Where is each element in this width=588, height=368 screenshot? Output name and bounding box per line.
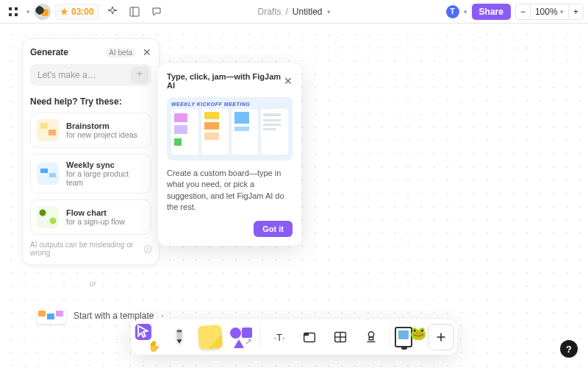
breadcrumb-current[interactable]: Untitled	[293, 7, 323, 17]
disclaimer-text: AI outputs can be misleading or wrong	[30, 241, 141, 257]
top-bar: ▾ ★ 03:00 Drafts / Untitled ▾ T ▾ Share …	[0, 0, 588, 24]
text-tool[interactable]: ·T·	[264, 322, 293, 352]
svg-rect-0	[9, 7, 12, 10]
generate-title: Generate	[30, 47, 68, 57]
table-tool[interactable]	[326, 322, 355, 352]
svg-rect-3	[15, 13, 18, 16]
more-tools-button[interactable]	[428, 324, 454, 350]
svg-rect-6	[177, 330, 182, 332]
timer-value: 03:00	[71, 7, 94, 17]
comment-button[interactable]	[148, 3, 165, 21]
hand-icon: ✋	[148, 340, 160, 352]
tooltip-body: Create a custom board—type in what you n…	[167, 168, 293, 213]
zoom-controls: − 100% ▾ +	[515, 4, 584, 20]
generate-panel: Generate AI beta ✕ Let's make a… Need he…	[22, 38, 159, 265]
ai-disclaimer: AI outputs can be misleading or wrong i	[30, 241, 151, 257]
chevron-right-icon: ›	[161, 312, 163, 319]
flow-chart-icon	[37, 206, 59, 228]
weekly-sync-icon	[37, 163, 59, 185]
timer-star-icon: ★	[60, 7, 68, 17]
participants-avatars[interactable]	[35, 4, 51, 20]
svg-rect-4	[130, 7, 139, 16]
generate-submit-button[interactable]	[131, 66, 148, 84]
zoom-value: 100%	[535, 7, 558, 17]
stamp-icon	[363, 329, 379, 345]
svg-rect-2	[9, 13, 12, 16]
plus-icon	[433, 329, 449, 345]
marker-tool[interactable]	[165, 322, 194, 352]
close-icon[interactable]: ✕	[143, 46, 151, 58]
tooltip-preview-image: WEEKLY KICKOFF MEETING	[167, 97, 293, 160]
suggestion-title: Brainstorm	[66, 121, 137, 130]
ai-beta-badge: AI beta	[104, 48, 137, 57]
help-button[interactable]: ?	[560, 340, 578, 358]
cursor-icon	[135, 324, 151, 340]
layout-icon	[129, 7, 140, 17]
breadcrumb-root[interactable]: Drafts	[257, 7, 281, 17]
breadcrumb: Drafts / Untitled ▾	[257, 7, 330, 17]
section-tool[interactable]	[295, 322, 324, 352]
svg-point-13	[368, 332, 373, 337]
svg-rect-1	[15, 7, 18, 10]
table-icon	[332, 329, 348, 345]
ai-sparkle-button[interactable]	[104, 3, 121, 21]
grid-icon	[8, 7, 18, 17]
close-icon[interactable]: ✕	[284, 75, 293, 87]
or-divider: or	[90, 280, 96, 288]
shapes-icon: ↗	[230, 326, 252, 348]
zoom-level[interactable]: 100% ▾	[530, 4, 568, 19]
ai-intro-tooltip: Type, click, jam—with FigJam AI ✕ WEEKLY…	[158, 63, 301, 246]
suggestion-subtitle: for a large product team	[66, 169, 145, 187]
suggestion-title: Flow chart	[66, 208, 125, 217]
section-icon	[301, 329, 318, 345]
preview-caption: WEEKLY KICKOFF MEETING	[171, 102, 288, 107]
brainstorm-icon	[37, 119, 59, 141]
zoom-in-button[interactable]: +	[568, 4, 583, 19]
sticker-tool[interactable]: 🐸	[394, 322, 426, 352]
frog-sticker-icon: 🐸	[410, 325, 426, 342]
suggestion-brainstorm[interactable]: Brainstorm for new project ideas	[30, 113, 151, 148]
suggestions-heading: Need help? Try these:	[30, 96, 151, 107]
comment-icon	[151, 7, 162, 17]
svg-rect-9	[304, 333, 309, 336]
got-it-button[interactable]: Got it	[254, 221, 293, 237]
select-tool[interactable]: ✋	[134, 322, 163, 352]
bottom-toolbar: ✋ ↗ ·T· 🐸	[131, 319, 457, 355]
layout-button[interactable]	[126, 3, 143, 21]
suggestion-flow-chart[interactable]: Flow chart for a sign-up flow	[30, 199, 151, 235]
toolbar-separator	[259, 325, 260, 349]
chevron-down-icon[interactable]: ▾	[327, 8, 331, 15]
top-right-controls: T ▾ Share − 100% ▾ +	[446, 4, 584, 20]
text-icon: ·T·	[270, 329, 287, 345]
prompt-placeholder: Let's make a…	[37, 70, 131, 80]
share-button[interactable]: Share	[472, 4, 511, 20]
sparkle-icon	[107, 7, 118, 17]
info-icon[interactable]: i	[144, 245, 151, 253]
suggestion-subtitle: for a sign-up flow	[66, 217, 125, 226]
main-menu-button[interactable]	[4, 3, 22, 21]
svg-text:·T·: ·T·	[274, 332, 285, 343]
stamp-tool[interactable]	[356, 322, 386, 352]
suggestion-weekly-sync[interactable]: Weekly sync for a large product team	[30, 154, 151, 194]
user-avatar[interactable]: T	[446, 5, 459, 18]
shapes-tool[interactable]: ↗	[226, 322, 256, 352]
chevron-down-icon: ▾	[560, 8, 564, 15]
template-thumbnail-icon	[37, 308, 66, 324]
generate-header: Generate AI beta ✕	[30, 46, 151, 58]
breadcrumb-separator: /	[285, 7, 287, 17]
zoom-out-button[interactable]: −	[516, 4, 530, 19]
tooltip-title: Type, click, jam—with FigJam AI	[167, 72, 284, 90]
chevron-down-icon[interactable]: ▾	[26, 8, 30, 15]
chevron-down-icon[interactable]: ▾	[464, 8, 467, 15]
sparkle-icon	[135, 70, 145, 80]
suggestion-subtitle: for new project ideas	[66, 130, 137, 139]
sticky-note-tool[interactable]	[198, 325, 223, 350]
toolbar-separator	[390, 325, 390, 349]
timer[interactable]: ★ 03:00	[55, 4, 99, 20]
suggestion-title: Weekly sync	[66, 160, 145, 169]
prompt-input[interactable]: Let's make a…	[30, 64, 151, 86]
pencil-icon	[171, 329, 187, 345]
